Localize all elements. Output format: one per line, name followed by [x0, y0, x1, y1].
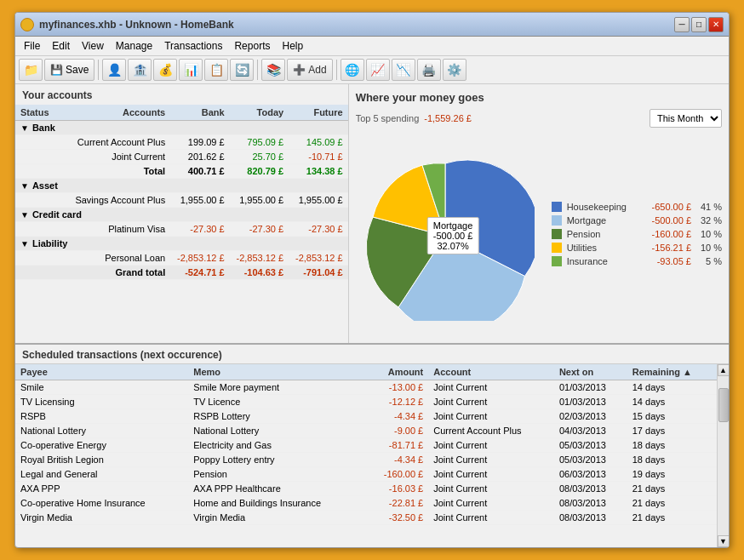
future-val: -2,853.12 £ [289, 251, 348, 266]
table-row[interactable]: Savings Account Plus 1,955.00 £ 1,955.00… [15, 193, 348, 208]
list-item[interactable]: AXA PPP AXA PPP Healthcare -16.03 £ Join… [15, 482, 717, 496]
close-button[interactable]: ✕ [708, 17, 724, 32]
menu-edit[interactable]: Edit [47, 38, 75, 54]
scroll-up[interactable]: ▲ [718, 364, 730, 376]
toolbar-btn-3[interactable]: 💰 [153, 59, 177, 81]
save-button[interactable]: 💾 Save [44, 59, 94, 81]
open-button[interactable]: 📁 [19, 59, 43, 81]
toolbar-btn-6[interactable]: 🔄 [230, 59, 254, 81]
group-liability-bank [170, 237, 229, 251]
menu-help[interactable]: Help [277, 38, 308, 54]
sched-account: Joint Current [428, 438, 554, 453]
sched-nexton: 08/03/2013 [554, 511, 627, 525]
list-item[interactable]: Smile Smile More payment -13.00 £ Joint … [15, 380, 717, 395]
menu-reports[interactable]: Reports [229, 38, 275, 54]
list-item[interactable]: Virgin Media Virgin Media -32.50 £ Joint… [15, 511, 717, 525]
window-controls: ─ □ ✕ [674, 17, 724, 32]
spending-panel: Where your money goes Top 5 spending -1,… [349, 84, 729, 343]
sched-memo: Smile More payment [188, 380, 364, 395]
sched-col-remaining: Remaining ▲ [627, 364, 717, 380]
grand-total-today: -104.63 £ [230, 266, 289, 280]
toolbar: 📁 💾 Save 👤 🏦 💰 📊 📋 🔄 📚 ➕ Add 🌐 📈 📉 🖨️ ⚙️ [15, 56, 729, 84]
legend-label-mortgage: Mortgage [567, 215, 627, 226]
expand-icon[interactable]: ▼ [20, 239, 29, 249]
today-val: 1,955.00 £ [230, 193, 289, 208]
minimize-button[interactable]: ─ [674, 17, 690, 32]
toolbar-btn-12[interactable]: ⚙️ [443, 59, 466, 81]
legend-color-utilities [552, 243, 562, 253]
sched-amount: -12.12 £ [364, 395, 428, 409]
legend-color-housekeeping [552, 202, 562, 212]
toolbar-btn-8[interactable]: 🌐 [341, 59, 364, 81]
sched-account: Current Account Plus [428, 424, 554, 438]
menu-view[interactable]: View [77, 38, 109, 54]
table-row[interactable]: Joint Current 201.62 £ 25.70 £ -10.71 £ [15, 150, 348, 164]
month-dropdown[interactable]: This Month Last Month [650, 112, 721, 124]
spending-amount: -1,559.26 £ [424, 113, 472, 123]
menu-transactions[interactable]: Transactions [159, 38, 227, 54]
status-cell [15, 251, 55, 266]
toolbar-btn-5[interactable]: 📋 [204, 59, 228, 81]
toolbar-btn-2[interactable]: 🏦 [128, 59, 152, 81]
col-today: Today [230, 105, 289, 121]
group-bank-today [230, 121, 289, 135]
total-label: Total [55, 164, 170, 179]
menu-manage[interactable]: Manage [111, 38, 157, 54]
bank-total-row: Total 400.71 £ 820.79 £ 134.38 £ [15, 164, 348, 179]
maximize-button[interactable]: □ [691, 17, 707, 32]
group-bank-future [289, 121, 348, 135]
separator-2 [257, 60, 258, 80]
spending-title: Where your money goes [356, 91, 484, 104]
sched-col-account: Account [428, 364, 554, 380]
sched-amount: -13.00 £ [364, 380, 428, 395]
sched-nexton: 08/03/2013 [554, 482, 627, 496]
toolbar-btn-10[interactable]: 📉 [392, 59, 415, 81]
list-item[interactable]: Co-operative Energy Electricity and Gas … [15, 438, 717, 453]
sched-amount: -4.34 £ [364, 409, 428, 424]
group-credit-future [289, 208, 348, 222]
toolbar-btn-1[interactable]: 👤 [102, 59, 126, 81]
account-name: Savings Account Plus [55, 193, 170, 208]
accounts-panel: Your accounts Status Accounts Bank Today… [15, 84, 349, 343]
sched-payee: RSPB [15, 409, 188, 424]
scroll-thumb[interactable] [718, 388, 729, 422]
sched-remaining: 21 days [627, 511, 717, 525]
scrollbar[interactable]: ▲ ▼ [717, 364, 729, 547]
menu-file[interactable]: File [19, 38, 45, 54]
main-area: Your accounts Status Accounts Bank Today… [15, 84, 729, 343]
scheduled-table-wrap: Payee Memo Amount Account Next on Remain… [15, 364, 729, 547]
sched-remaining: 18 days [627, 453, 717, 467]
spending-title-area: Where your money goes [356, 91, 484, 104]
expand-icon[interactable]: ▼ [20, 181, 29, 191]
list-item[interactable]: RSPB RSPB Lottery -4.34 £ Joint Current … [15, 409, 717, 424]
legend-amount-housekeeping: -650.00 £ [632, 202, 691, 212]
legend-color-insurance [552, 256, 562, 266]
sched-account: Joint Current [428, 496, 554, 511]
list-item[interactable]: Co-operative Home Insurance Home and Bui… [15, 496, 717, 511]
toolbar-btn-4[interactable]: 📊 [179, 59, 203, 81]
list-item[interactable]: Royal British Legion Poppy Lottery entry… [15, 453, 717, 467]
table-row[interactable]: Personal Loan -2,853.12 £ -2,853.12 £ -2… [15, 251, 348, 266]
future-val: -10.71 £ [289, 150, 348, 164]
table-row[interactable]: Current Account Plus 199.09 £ 795.09 £ 1… [15, 135, 348, 150]
sched-nexton: 04/03/2013 [554, 424, 627, 438]
col-accounts: Accounts [55, 105, 170, 121]
separator-3 [336, 60, 337, 80]
toolbar-btn-7[interactable]: 📚 [261, 59, 285, 81]
toolbar-btn-11[interactable]: 🖨️ [417, 59, 441, 81]
list-item[interactable]: TV Licensing TV Licence -12.12 £ Joint C… [15, 395, 717, 409]
group-asset-future [289, 179, 348, 193]
sched-remaining: 17 days [627, 424, 717, 438]
add-button[interactable]: ➕ Add [287, 59, 332, 81]
spending-header: Where your money goes [356, 91, 722, 104]
sched-nexton: 08/03/2013 [554, 496, 627, 511]
expand-icon[interactable]: ▼ [20, 123, 29, 133]
list-item[interactable]: National Lottery National Lottery -9.00 … [15, 424, 717, 438]
scroll-down[interactable]: ▼ [718, 535, 730, 547]
toolbar-btn-9[interactable]: 📈 [366, 59, 390, 81]
legend-amount-insurance: -93.05 £ [632, 256, 691, 266]
expand-icon[interactable]: ▼ [20, 210, 29, 220]
table-row[interactable]: Platinum Visa -27.30 £ -27.30 £ -27.30 £ [15, 222, 348, 237]
sched-payee: National Lottery [15, 424, 188, 438]
list-item[interactable]: Legal and General Pension -160.00 £ Join… [15, 467, 717, 482]
